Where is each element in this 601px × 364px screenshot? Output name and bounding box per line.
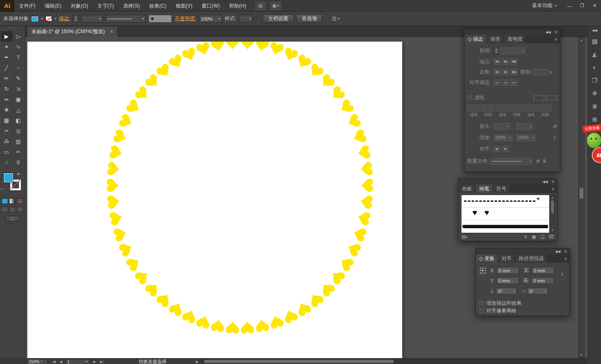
menu-window[interactable]: 窗口(W) <box>197 0 224 12</box>
heart-scatter-brush[interactable]: ♥ ♥ <box>461 208 549 220</box>
weight-stepper[interactable]: ▲▼ <box>493 47 499 55</box>
y-input[interactable]: 0 mm <box>496 277 519 284</box>
direct-selection-tool[interactable]: ▷ <box>13 31 24 42</box>
restore-button[interactable]: ❐ <box>576 0 588 12</box>
charcoal-art-brush[interactable] <box>461 220 549 233</box>
align-center-button[interactable] <box>493 79 501 86</box>
opacity-panel-link[interactable]: 不透明度: <box>174 15 196 22</box>
height-input[interactable]: 0 mm <box>531 277 554 284</box>
color-guide-panel-icon[interactable]: ◭ <box>588 47 601 61</box>
link-scale-icon[interactable]: ∞ <box>553 136 558 140</box>
close-panel-icon[interactable]: ✕ <box>551 180 554 184</box>
artboard-navigation-combo[interactable]: 1▼ <box>66 359 90 364</box>
miter-join-button[interactable] <box>493 69 501 75</box>
stroke-panel-link[interactable]: 描边: <box>59 15 70 22</box>
draw-inside-button[interactable] <box>17 207 23 212</box>
shear-combo[interactable]: 0°▾ <box>527 288 548 295</box>
tab-swatches[interactable]: 色板 <box>459 185 476 193</box>
scroll-down-icon[interactable]: ▼ <box>579 352 584 358</box>
scroll-up-icon[interactable]: ▲ <box>579 37 584 43</box>
slice-tool[interactable]: ✂ <box>13 147 24 157</box>
blend-tool[interactable]: ◎ <box>13 126 24 136</box>
align-arrow-tip-button[interactable] <box>493 146 501 152</box>
menu-view[interactable]: 视图(V) <box>171 0 197 12</box>
line-segment-tool[interactable]: ╱ <box>1 63 13 73</box>
artboard-tool[interactable]: ▭ <box>1 147 13 157</box>
mesh-tool[interactable]: ▦ <box>1 115 13 126</box>
draw-normal-button[interactable] <box>2 207 8 212</box>
menu-object[interactable]: 对象(O) <box>66 0 92 12</box>
width-input[interactable]: 0 mm <box>532 267 554 274</box>
stroke-weight-combo[interactable]: ▾ <box>81 15 103 23</box>
dash-field-0[interactable] <box>467 105 480 111</box>
scroll-up-icon[interactable]: ▲ <box>550 195 555 200</box>
close-panel-icon[interactable]: ✕ <box>564 250 567 253</box>
zoom-level-combo[interactable]: 150%▾ <box>27 359 48 364</box>
panel-menu-icon[interactable]: ≡ <box>555 37 560 42</box>
tab-brushes[interactable]: 画笔 <box>476 185 493 193</box>
arrow-scale-end-combo[interactable]: 100%▾ <box>516 135 535 141</box>
tab-stroke[interactable]: ◇描边 <box>464 35 487 43</box>
dash-field-5[interactable] <box>539 105 552 111</box>
delete-brush-icon[interactable]: ⌧ <box>548 234 554 240</box>
arrow-scale-start-combo[interactable]: 100%▾ <box>493 135 513 141</box>
tab-transform[interactable]: ◇变换 <box>476 254 498 263</box>
align-arrow-end-button[interactable] <box>502 146 509 152</box>
menu-file[interactable]: 文件(F) <box>14 0 40 12</box>
projecting-cap-button[interactable] <box>510 58 517 65</box>
align-inside-button[interactable] <box>502 79 509 86</box>
paintbrush-tool[interactable]: ✏ <box>1 73 13 84</box>
dash-field-1[interactable] <box>482 105 495 111</box>
dash-field-4[interactable] <box>525 105 538 111</box>
none-mode-button[interactable] <box>17 198 23 204</box>
stroke-color-swatch[interactable] <box>45 16 52 21</box>
graphic-styles-panel-icon[interactable]: ❐ <box>588 74 601 87</box>
collapse-panel-icon[interactable]: ◀◀ <box>555 250 560 253</box>
opacity-combo[interactable]: 100%▾ <box>199 15 222 23</box>
tab-transparency[interactable]: 透明度 <box>504 35 526 43</box>
document-setup-button[interactable]: 文档设置 <box>263 14 294 23</box>
align-outside-button[interactable] <box>510 79 517 86</box>
pen-tool[interactable]: ✒ <box>1 52 13 63</box>
panel-menu-icon[interactable]: ≡ <box>552 187 557 191</box>
brush-definition-combo[interactable]: ♥▾ <box>148 15 172 23</box>
width-tool[interactable]: ↭ <box>1 94 13 105</box>
vertical-scrollbar[interactable]: ▲ ▼ <box>578 37 585 358</box>
align-dash-icon[interactable] <box>546 95 557 100</box>
reference-point-locator[interactable] <box>479 267 487 274</box>
arrange-documents-icon[interactable]: ▦▾ <box>270 2 281 10</box>
pencil-tool[interactable]: ✎ <box>13 73 24 84</box>
menu-edit[interactable]: 编辑(E) <box>40 0 66 12</box>
rotate-tool[interactable]: ↻ <box>1 84 13 94</box>
swap-fill-stroke-icon[interactable]: ⇄ <box>17 172 20 176</box>
gradient-mode-button[interactable] <box>9 198 16 204</box>
layers-panel-icon[interactable]: ≣ <box>588 100 601 113</box>
menu-type[interactable]: 文字(T) <box>93 0 119 12</box>
flower-ring[interactable] <box>27 42 402 358</box>
brush-libraries-menu-icon[interactable]: ▤▾ <box>461 234 467 240</box>
symbol-sprayer-tool[interactable]: ⁂ <box>1 136 13 147</box>
x-input[interactable]: 0 mm <box>496 267 519 274</box>
rotate-combo[interactable]: 0°▾ <box>496 288 517 295</box>
remove-brush-stroke-icon[interactable]: ✕ <box>524 234 527 240</box>
new-brush-icon[interactable]: ❏ <box>540 234 544 240</box>
selection-tool[interactable]: ▶ <box>1 31 13 42</box>
dashed-art-brush[interactable]: ➤ <box>461 195 549 208</box>
scale-tool[interactable]: ⇲ <box>13 84 24 94</box>
tab-symbols[interactable]: 符号 <box>493 185 510 193</box>
workspace-switcher[interactable]: 基本功能 ▾ <box>525 2 563 9</box>
collapse-panel-icon[interactable]: ◀◀ <box>543 180 548 184</box>
default-fill-stroke-icon[interactable]: ▪▫ <box>1 187 3 191</box>
status-options-icon[interactable]: ▶ <box>196 359 198 364</box>
dash-field-3[interactable] <box>510 105 523 111</box>
free-transform-tool[interactable]: ▣ <box>13 94 24 105</box>
arrowhead-start-combo[interactable]: ▾ <box>493 123 510 130</box>
eyedropper-tool[interactable]: ✑ <box>1 126 13 136</box>
hand-tool[interactable]: ☝ <box>1 157 13 168</box>
column-graph-tool[interactable]: ▥ <box>13 136 24 147</box>
last-artboard-icon[interactable]: ▶| <box>100 359 103 364</box>
first-artboard-icon[interactable]: |◀ <box>52 359 55 364</box>
dash-field-2[interactable] <box>496 105 509 111</box>
close-button[interactable]: ✕ <box>588 0 601 12</box>
type-tool[interactable]: T <box>13 52 24 63</box>
